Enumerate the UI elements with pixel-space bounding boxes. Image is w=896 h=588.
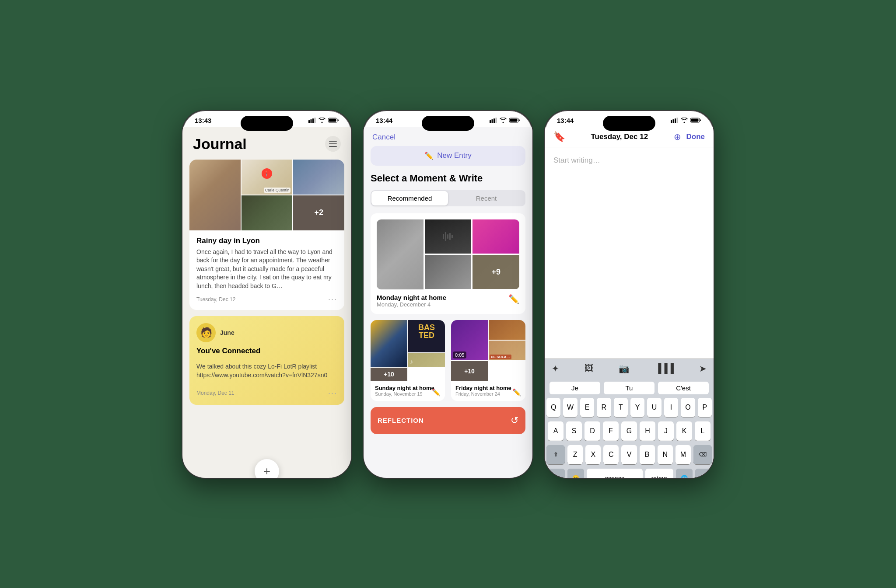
status-icons-2 [490, 118, 520, 123]
writing-area[interactable]: Start writing… [545, 147, 714, 358]
key-d[interactable]: D [584, 421, 600, 441]
key-h[interactable]: H [640, 421, 655, 441]
svg-rect-6 [329, 141, 337, 142]
tab-recommended[interactable]: Recommended [371, 191, 448, 205]
battery-icon [328, 118, 339, 123]
status-icons-1 [308, 118, 339, 123]
moment-photo-ml [425, 255, 472, 289]
moment-photo-main [377, 219, 424, 289]
card-title-1: Rainy day in Lyon [196, 237, 337, 245]
berserk-text: BASTED [408, 320, 445, 339]
audio-wave-icon[interactable]: ▐▐▐ [655, 363, 674, 373]
writing-content-area: 🔖 Tuesday, Dec 12 ⊕ Done Start writing… … [545, 127, 714, 479]
battery-icon-3 [690, 118, 701, 123]
suggestion-0[interactable]: Je [550, 382, 600, 394]
key-w[interactable]: W [563, 398, 577, 417]
key-e[interactable]: E [580, 398, 594, 417]
key-a[interactable]: A [548, 421, 564, 441]
key-globe[interactable]: 🌐 [676, 469, 693, 479]
mini-photo-main-3: 0:05 [451, 320, 488, 361]
key-p[interactable]: P [698, 398, 712, 417]
key-z[interactable]: Z [567, 445, 583, 464]
conn-date: Monday, Dec 11 [196, 390, 234, 396]
key-y[interactable]: Y [630, 398, 644, 417]
key-r[interactable]: R [597, 398, 611, 417]
key-c[interactable]: C [603, 445, 619, 464]
signal-icon-2 [490, 118, 497, 123]
time-2: 13:44 [376, 117, 392, 124]
signal-icon-3 [671, 118, 678, 123]
magic-icon[interactable]: ✦ [552, 363, 559, 374]
key-j[interactable]: J [658, 421, 674, 441]
moment-edit-1[interactable]: ✏️ [508, 294, 519, 304]
dynamic-island-2 [422, 116, 474, 131]
moment-card-3[interactable]: 0:05 DE SOLA… +10 Friday night at home F… [451, 320, 525, 401]
writing-placeholder: Start writing… [553, 156, 600, 164]
key-l[interactable]: L [695, 421, 710, 441]
key-i[interactable]: I [664, 398, 678, 417]
music-wave-icon [442, 230, 454, 243]
photo-library-icon[interactable]: 🖼 [584, 363, 593, 373]
moment-date-1: Monday, December 4 [377, 301, 446, 308]
key-n[interactable]: N [658, 445, 673, 464]
key-space[interactable]: espace [587, 469, 643, 479]
key-s[interactable]: S [566, 421, 582, 441]
tab-recent[interactable]: Recent [448, 191, 525, 205]
svg-rect-11 [494, 118, 495, 123]
avatar: 🧑 [196, 323, 216, 342]
mini-date-2: Sunday, November 19 [375, 391, 441, 397]
mini-photo-br-3: +10 [451, 361, 488, 381]
mini-photo-bl: ♪ [408, 353, 445, 367]
key-backspace[interactable]: ⌫ [693, 445, 712, 464]
key-x[interactable]: X [585, 445, 601, 464]
done-button[interactable]: Done [686, 132, 705, 141]
svg-rect-1 [311, 119, 312, 123]
suggestion-1[interactable]: Tu [604, 382, 654, 394]
suggestion-2[interactable]: C'est [658, 382, 709, 394]
menu-button[interactable] [325, 136, 341, 152]
moment-card-1[interactable]: +9 Monday night at home Monday, December… [371, 213, 525, 314]
photo-grid: 📍 Carle Quentin +2 [189, 160, 344, 230]
key-o[interactable]: O [681, 398, 695, 417]
key-g[interactable]: G [621, 421, 637, 441]
mini-edit-2[interactable]: ✏️ [432, 388, 441, 397]
dots-button-1[interactable]: ··· [328, 295, 337, 304]
key-mic[interactable]: 🎤 [695, 469, 712, 479]
key-shift[interactable]: ⇧ [546, 445, 565, 464]
battery-icon-2 [509, 118, 520, 123]
svg-rect-0 [308, 120, 310, 123]
key-u[interactable]: U [647, 398, 661, 417]
key-return[interactable]: retour [645, 469, 673, 479]
svg-rect-2 [312, 118, 314, 123]
journal-card-1[interactable]: 📍 Carle Quentin +2 Rainy day in Lyon Onc… [189, 160, 344, 310]
key-m[interactable]: M [676, 445, 691, 464]
connection-header: 🧑 June [196, 323, 337, 342]
dots-button-2[interactable]: ··· [328, 389, 337, 398]
svg-rect-17 [447, 234, 448, 239]
wifi-icon [318, 118, 326, 123]
key-123[interactable]: 123 [546, 469, 565, 479]
key-b[interactable]: B [640, 445, 655, 464]
svg-rect-18 [449, 233, 451, 240]
photo-plus: +2 [293, 195, 344, 230]
bookmark-icon[interactable]: 🔖 [553, 131, 565, 143]
key-emoji[interactable]: 😊 [567, 469, 584, 479]
reflection-banner[interactable]: REFLECTION ↺ [371, 407, 525, 434]
mini-date-3: Friday, November 24 [455, 391, 521, 397]
key-v[interactable]: V [621, 445, 637, 464]
mini-edit-3[interactable]: ✏️ [512, 388, 521, 397]
moment-card-2[interactable]: BASTED ♪ +10 Sunday night at home Sunday… [371, 320, 445, 401]
key-q[interactable]: Q [546, 398, 560, 417]
cancel-button[interactable]: Cancel [372, 133, 396, 142]
map-pin: 📍 [262, 168, 272, 179]
key-t[interactable]: T [614, 398, 628, 417]
camera-icon[interactable]: 📷 [619, 363, 630, 374]
dynamic-island-3 [603, 116, 655, 131]
more-icon[interactable]: ⊕ [674, 132, 681, 142]
new-entry-button[interactable]: ✏️ New Entry [371, 146, 525, 166]
send-icon[interactable]: ➤ [699, 363, 707, 374]
connection-card[interactable]: 🧑 June You've Connected We talked about … [189, 316, 344, 404]
key-k[interactable]: K [676, 421, 692, 441]
key-f[interactable]: F [603, 421, 619, 441]
svg-rect-20 [671, 120, 672, 123]
